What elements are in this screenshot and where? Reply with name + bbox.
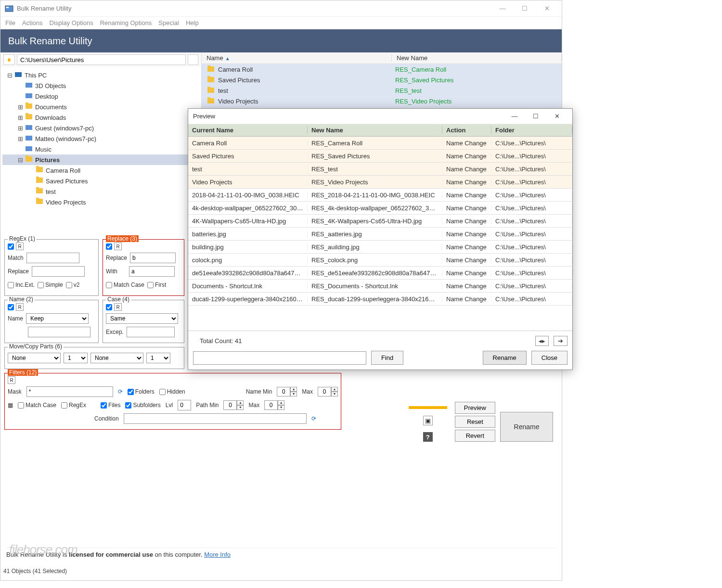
- tree-item[interactable]: Desktop: [2, 91, 199, 102]
- saved-filter-icon[interactable]: ▦: [8, 402, 13, 409]
- filters-regex[interactable]: [61, 402, 67, 409]
- refresh-icon[interactable]: ⟳: [118, 388, 123, 395]
- close-button[interactable]: ✕: [536, 2, 558, 15]
- tree-toggle[interactable]: ⊞: [17, 135, 24, 142]
- tree-toggle[interactable]: ⊟: [17, 156, 24, 164]
- tree-item[interactable]: test: [2, 186, 199, 197]
- minimize-button[interactable]: —: [491, 2, 514, 15]
- case-select[interactable]: Same: [106, 313, 178, 324]
- max2-input[interactable]: [264, 400, 278, 410]
- browse-button[interactable]: [188, 54, 198, 65]
- regex-reset[interactable]: R: [16, 243, 24, 250]
- lvl-input[interactable]: [178, 400, 191, 410]
- columns-icon[interactable]: ◂▸: [535, 336, 549, 346]
- pv-col-folder[interactable]: Folder: [491, 127, 572, 134]
- preview-row[interactable]: colock.pngRES_colock.pngName ChangeC:\Us…: [188, 254, 572, 267]
- mask-input[interactable]: [26, 386, 113, 397]
- filters-folders[interactable]: [128, 389, 134, 395]
- preview-row[interactable]: ducati-1299-superleggera-3840x2160-4k-ra…: [188, 293, 572, 306]
- help-icon[interactable]: ?: [423, 432, 433, 442]
- col-newname[interactable]: New Name: [392, 54, 562, 62]
- regex-incext[interactable]: [8, 282, 14, 288]
- menu-help[interactable]: Help: [186, 19, 199, 26]
- preview-row[interactable]: Camera RollRES_Camera RollName ChangeC:\…: [188, 137, 572, 150]
- menu-special[interactable]: Special: [158, 19, 179, 26]
- path-input[interactable]: [17, 54, 186, 65]
- folder-tree[interactable]: ⊟This PC3D ObjectsDesktop⊞Documents⊞Down…: [0, 67, 201, 235]
- tree-item[interactable]: Music: [2, 144, 199, 154]
- regex-replace-input[interactable]: [32, 266, 85, 277]
- movecopy-num1[interactable]: 1: [64, 353, 88, 363]
- pv-col-new[interactable]: New Name: [308, 127, 442, 134]
- maximize-button[interactable]: ☐: [514, 2, 536, 15]
- preview-row[interactable]: 4k-desktop-wallpaper_065227602_309.jpgRE…: [188, 202, 572, 215]
- regex-v2[interactable]: [66, 282, 72, 288]
- preview-close-button[interactable]: Close: [531, 351, 567, 365]
- file-row[interactable]: Video ProjectsRES_Video Projects: [202, 96, 562, 106]
- namemin-input[interactable]: [277, 387, 290, 396]
- preview-row[interactable]: 4K-Wallpapers-Cs65-Ultra-HD.jpgRES_4K-Wa…: [188, 215, 572, 228]
- movecopy-sel1[interactable]: None: [8, 353, 61, 363]
- preview-row[interactable]: Documents - Shortcut.lnkRES_Documents - …: [188, 280, 572, 293]
- revert-button[interactable]: Revert: [455, 430, 495, 442]
- reset-button[interactable]: Reset: [455, 416, 495, 428]
- tree-item[interactable]: ⊟Pictures: [2, 154, 199, 165]
- filters-matchcase[interactable]: [18, 402, 24, 409]
- replace-reset[interactable]: R: [114, 243, 122, 250]
- condition-input[interactable]: [124, 413, 307, 424]
- preview-body[interactable]: Camera RollRES_Camera RollName ChangeC:\…: [188, 137, 572, 331]
- regex-enable[interactable]: [8, 243, 14, 250]
- regex-simple[interactable]: [38, 282, 44, 288]
- menu-actions[interactable]: Actions: [22, 19, 43, 26]
- filters-hidden[interactable]: [159, 389, 166, 395]
- filters-reset[interactable]: R: [8, 376, 15, 384]
- tree-item[interactable]: ⊞Guest (windows7-pc): [2, 123, 199, 133]
- max-input[interactable]: [318, 387, 331, 396]
- tree-toggle[interactable]: ⊟: [6, 72, 13, 79]
- preview-row[interactable]: Saved PicturesRES_Saved PicturesName Cha…: [188, 150, 572, 163]
- preview-row[interactable]: building.jpgRES_auilding.jpgName ChangeC…: [188, 241, 572, 254]
- name-enable[interactable]: [8, 304, 14, 310]
- regex-match-input[interactable]: [26, 253, 79, 263]
- case-enable[interactable]: [106, 304, 112, 310]
- replace-enable[interactable]: [106, 243, 112, 250]
- preview-row[interactable]: Video ProjectsRES_Video ProjectsName Cha…: [188, 176, 572, 189]
- movecopy-num2[interactable]: 1: [146, 353, 170, 363]
- pathmin-input[interactable]: [223, 400, 237, 410]
- up-button[interactable]: [3, 54, 15, 65]
- file-row[interactable]: Camera RollRES_Camera Roll: [202, 64, 562, 75]
- tree-item[interactable]: ⊞Matteo (windows7-pc): [2, 133, 199, 144]
- preview-find-input[interactable]: [193, 351, 366, 365]
- name-select[interactable]: Keep: [26, 313, 89, 324]
- pv-col-action[interactable]: Action: [442, 127, 491, 134]
- preview-row[interactable]: testRES_testName ChangeC:\Use...\Picture…: [188, 163, 572, 176]
- preview-rename-button[interactable]: Rename: [483, 351, 527, 365]
- preview-minimize[interactable]: —: [504, 110, 525, 123]
- file-row[interactable]: testRES_test: [202, 85, 562, 96]
- tree-item[interactable]: ⊞Documents: [2, 102, 199, 112]
- preview-button[interactable]: Preview: [455, 402, 495, 414]
- filters-files[interactable]: [101, 402, 107, 409]
- tree-item[interactable]: ⊞Downloads: [2, 112, 199, 123]
- tree-toggle[interactable]: ⊞: [17, 103, 24, 111]
- rename-button[interactable]: Rename: [500, 412, 553, 442]
- more-info-link[interactable]: More Info: [204, 551, 231, 558]
- name-extra-input[interactable]: [28, 327, 90, 337]
- filters-subfolders[interactable]: [125, 402, 131, 409]
- preview-row[interactable]: de51eeafe3932862c908d80a78a6477e.jpgRES_…: [188, 267, 572, 280]
- name-reset[interactable]: R: [16, 303, 24, 311]
- preview-row[interactable]: batteries.jpgRES_aatteries.jpgName Chang…: [188, 228, 572, 241]
- menu-renaming-options[interactable]: Renaming Options: [100, 19, 152, 26]
- tree-item[interactable]: 3D Objects: [2, 80, 199, 91]
- tree-item[interactable]: ⊟This PC: [2, 70, 199, 80]
- with-input[interactable]: [129, 266, 175, 277]
- preview-close[interactable]: ✕: [546, 110, 567, 123]
- preview-maximize[interactable]: ☐: [525, 110, 546, 123]
- menu-file[interactable]: File: [5, 19, 15, 26]
- movecopy-sel2[interactable]: None: [90, 353, 143, 363]
- tree-item[interactable]: Video Projects: [2, 197, 199, 207]
- replace-matchcase[interactable]: [106, 282, 112, 288]
- preview-row[interactable]: 2018-04-21-11-01-00-IMG_0038.HEICRES_201…: [188, 189, 572, 202]
- case-reset[interactable]: R: [114, 303, 122, 311]
- tree-toggle[interactable]: ⊞: [17, 125, 24, 132]
